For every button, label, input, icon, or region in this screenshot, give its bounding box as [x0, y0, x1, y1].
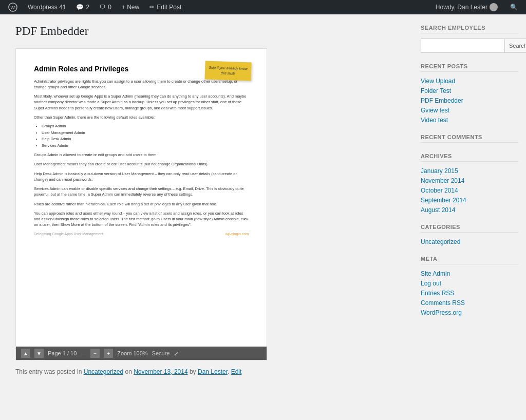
pdf-page-info: Page 1 / 10 — [48, 350, 77, 356]
site-name-item[interactable]: Wordpress 41 — [24, 0, 70, 14]
pdf-para-6: Services Admin can enable or disable spe… — [34, 186, 249, 198]
pdf-roles-list: Groups Admin User Management Admin Help … — [42, 124, 249, 148]
meta-link-0[interactable]: Site Admin — [421, 270, 450, 277]
search-button[interactable]: Search — [505, 39, 526, 53]
list-item: November 2014 — [421, 177, 518, 184]
sidebar-categories-title: CATEGORIES — [421, 224, 518, 233]
recent-post-link-0[interactable]: View Upload — [421, 78, 455, 85]
categories-list: Uncategorized — [421, 238, 518, 245]
pdf-para-5: Help Desk Admin is basically a cut-down … — [34, 171, 249, 183]
wp-logo-item[interactable]: W — [4, 0, 22, 14]
pdf-container: Skip if you already know this stuff! Adm… — [15, 48, 267, 360]
search-admin-item[interactable]: 🔍 — [506, 0, 522, 14]
pdf-prev-page-button[interactable]: ▲ — [21, 349, 30, 358]
category-link-0[interactable]: Uncategorized — [421, 238, 460, 245]
sidebar-search-form: Search — [421, 39, 518, 53]
list-item: Site Admin — [421, 270, 518, 277]
sidebar-recent-comments: RECENT COMMENTS — [421, 134, 518, 143]
pending-icon: 🗨 — [100, 4, 106, 11]
archive-link-0[interactable]: January 2015 — [421, 167, 458, 175]
search-admin-icon: 🔍 — [510, 4, 518, 11]
comment-icon: 💬 — [76, 4, 84, 11]
post-footer: This entry was posted in Uncategorized o… — [15, 368, 403, 375]
pdf-content: Skip if you already know this stuff! Adm… — [16, 49, 267, 347]
pdf-zoom-in-button[interactable]: + — [104, 349, 113, 358]
list-item: Services Admin — [42, 143, 249, 149]
user-avatar — [490, 3, 498, 11]
meta-link-3[interactable]: Comments RSS — [421, 299, 465, 307]
archives-list: January 2015 November 2014 October 2014 … — [421, 167, 518, 214]
recent-post-link-1[interactable]: Folder Test — [421, 87, 451, 94]
sidebar-search-section: SEARCH EMPLOYEES Search — [421, 25, 518, 53]
comments-count: 2 — [86, 4, 89, 11]
site-name: Wordpress 41 — [28, 4, 66, 11]
sidebar-categories: CATEGORIES Uncategorized — [421, 224, 518, 245]
svg-text:W: W — [11, 5, 15, 10]
sticky-note-text: Skip if you already know this stuff! — [209, 66, 248, 75]
sidebar-archives-title: ARCHIVES — [421, 153, 518, 162]
meta-link-1[interactable]: Log out — [421, 280, 441, 287]
pencil-icon: ✏ — [149, 4, 155, 11]
sidebar-meta-title: META — [421, 256, 518, 264]
comments-item[interactable]: 💬 2 — [72, 0, 93, 14]
pdf-zoom-level: Zoom 100% — [117, 350, 147, 356]
howdy-item[interactable]: Howdy, Dan Lester — [431, 0, 502, 14]
list-item: September 2014 — [421, 196, 518, 204]
pdf-next-page-button[interactable]: ▼ — [34, 349, 44, 358]
pdf-secure-badge: Secure — [152, 350, 170, 356]
list-item: WordPress.org — [421, 309, 518, 316]
list-item: Uncategorized — [421, 238, 518, 245]
pending-count: 0 — [108, 4, 111, 11]
recent-posts-list: View Upload Folder Test PDF Embedder Gvi… — [421, 77, 518, 124]
list-item: View Upload — [421, 77, 518, 85]
post-author-link[interactable]: Dan Lester — [198, 368, 228, 375]
pdf-para-1: Most likely, whoever set up Google Apps … — [34, 93, 249, 111]
sidebar-search-title: SEARCH EMPLOYEES — [421, 25, 518, 33]
post-category-link[interactable]: Uncategorized — [84, 368, 123, 375]
archive-link-4[interactable]: August 2014 — [421, 206, 455, 214]
meta-link-2[interactable]: Entries RSS — [421, 290, 454, 297]
archive-link-1[interactable]: November 2014 — [421, 177, 464, 184]
list-item: Comments RSS — [421, 299, 518, 307]
sidebar-archives: ARCHIVES January 2015 November 2014 Octo… — [421, 153, 518, 214]
sticky-note: Skip if you already know this stuff! — [204, 61, 251, 81]
edit-post-item[interactable]: ✏ Edit Post — [145, 0, 185, 14]
edit-post-label: Edit Post — [157, 4, 181, 11]
admin-bar: W Wordpress 41 💬 2 🗨 0 + New ✏ Edit Post… — [0, 0, 526, 14]
pdf-para-3: Groups Admin is allowed to create or edi… — [34, 152, 249, 158]
new-item[interactable]: + New — [118, 0, 143, 14]
list-item: January 2015 — [421, 167, 518, 175]
list-item: Folder Test — [421, 87, 518, 94]
pending-comments-item[interactable]: 🗨 0 — [96, 0, 116, 14]
list-item: PDF Embedder — [421, 97, 518, 104]
recent-post-link-3[interactable]: Gview test — [421, 107, 449, 114]
list-item: Log out — [421, 279, 518, 287]
list-item: August 2014 — [421, 206, 518, 214]
meta-link-4[interactable]: WordPress.org — [421, 309, 462, 316]
meta-list: Site Admin Log out Entries RSS Comments … — [421, 270, 518, 316]
pdf-branding-left: Delegating Google Apps User Management — [34, 232, 103, 237]
pdf-branding-right: wp-glogin.com — [226, 232, 249, 237]
new-label: + New — [122, 4, 139, 11]
page-title: PDF Embedder — [15, 25, 403, 38]
sidebar-recent-posts-title: RECENT POSTS — [421, 63, 518, 72]
list-item: Entries RSS — [421, 289, 518, 297]
recent-post-link-4[interactable]: Video test — [421, 117, 448, 124]
sidebar-meta: META Site Admin Log out Entries RSS Comm… — [421, 256, 518, 316]
list-item: Help Desk Admin — [42, 137, 249, 142]
list-item: October 2014 — [421, 186, 518, 194]
content-area: PDF Embedder Skip if you already know th… — [0, 14, 413, 420]
pdf-zoom-out-button[interactable]: − — [90, 349, 100, 358]
sidebar-recent-comments-title: RECENT COMMENTS — [421, 134, 518, 143]
pdf-para-0: Administrator privileges are rights that… — [34, 79, 249, 90]
archive-link-2[interactable]: October 2014 — [421, 187, 458, 194]
post-date-link[interactable]: November 13, 2014 — [134, 368, 187, 375]
recent-post-link-2[interactable]: PDF Embedder — [421, 97, 463, 104]
sidebar: SEARCH EMPLOYEES Search RECENT POSTS Vie… — [413, 14, 526, 420]
pdf-expand-button[interactable]: ⤢ — [174, 350, 179, 357]
search-input[interactable] — [421, 39, 505, 53]
post-edit-link[interactable]: Edit — [231, 368, 242, 375]
archive-link-3[interactable]: September 2014 — [421, 197, 466, 204]
pdf-para-2: Other than Super Admin, there are the fo… — [34, 114, 249, 120]
sidebar-recent-posts: RECENT POSTS View Upload Folder Test PDF… — [421, 63, 518, 124]
